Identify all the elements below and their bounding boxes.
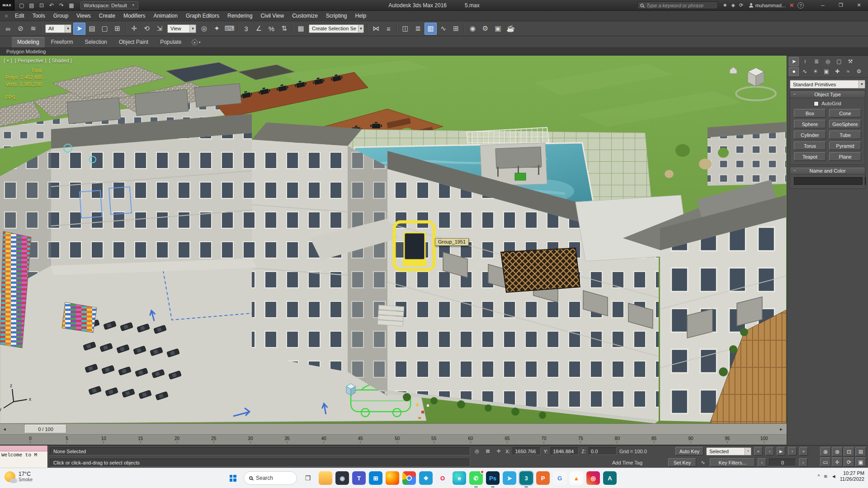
timeline-tick[interactable]: 100: [760, 436, 768, 443]
add-time-tag[interactable]: Add Time Tag: [612, 460, 665, 465]
shapes-category[interactable]: ∿: [800, 67, 810, 76]
display-tab[interactable]: ▢: [834, 57, 844, 66]
primitive-button-sphere[interactable]: Sphere: [794, 120, 826, 128]
toggle-ribbon-icon[interactable]: ▥: [425, 23, 437, 35]
task-view-button[interactable]: ❐: [301, 471, 315, 485]
search-input[interactable]: [646, 3, 715, 8]
spinner-snap-toggle-icon[interactable]: ⇅: [278, 23, 290, 35]
name-color-rollout-header[interactable]: − Name and Color: [790, 167, 865, 174]
timeline-tick[interactable]: 15: [138, 436, 143, 443]
tray-date[interactable]: 11/26/2022: [840, 476, 864, 482]
snaps-toggle-icon[interactable]: 3: [240, 23, 252, 35]
taskbar-app-teams[interactable]: T: [352, 471, 366, 485]
menu-create[interactable]: Create: [95, 11, 119, 21]
primitive-button-cone[interactable]: Cone: [829, 109, 861, 117]
timeline-tick[interactable]: 35: [284, 436, 289, 443]
timeline-tick[interactable]: 45: [358, 436, 363, 443]
zoom-extents-icon[interactable]: ⊡: [844, 447, 854, 456]
listener-text[interactable]: Welcome to M: [0, 451, 47, 468]
taskbar-search[interactable]: Search: [244, 471, 297, 485]
autogrid-checkbox[interactable]: [814, 101, 819, 106]
timeline-tick[interactable]: 65: [505, 436, 509, 443]
unlink-selection-icon[interactable]: ⊘: [14, 23, 27, 35]
communication-center-icon[interactable]: ◈: [730, 2, 737, 8]
window-crossing-toggle-icon[interactable]: ⊞: [111, 23, 123, 35]
rendered-frame-window-icon[interactable]: ▣: [492, 23, 504, 35]
geometry-category[interactable]: ●: [789, 67, 799, 76]
timeline-tick[interactable]: 75: [578, 436, 583, 443]
coordinate-field-y[interactable]: 1846.884: [551, 447, 579, 455]
coordinate-field-x[interactable]: 1650.766: [513, 447, 541, 455]
menu-modifiers[interactable]: Modifiers: [119, 11, 150, 21]
primitive-button-cylinder[interactable]: Cylinder: [794, 131, 826, 139]
keyboard-shortcut-override-icon[interactable]: ⌨: [223, 23, 236, 35]
timeline-tick[interactable]: 25: [211, 436, 216, 443]
taskbar-app-vlc[interactable]: ▲: [570, 471, 583, 485]
macro-recorder-strip[interactable]: [0, 446, 47, 451]
primitive-button-teapot[interactable]: Teapot: [794, 152, 826, 161]
menu-scripting[interactable]: Scripting: [322, 11, 351, 21]
start-button[interactable]: [226, 471, 240, 485]
primitive-button-torus[interactable]: Torus: [794, 141, 826, 150]
taskbar-app-instagram[interactable]: ◎: [586, 471, 600, 485]
timeline-tick[interactable]: 50: [395, 436, 400, 443]
taskbar-app-paint-app[interactable]: P: [536, 471, 550, 485]
taskbar-app-camera-app[interactable]: ◉: [335, 471, 349, 485]
taskbar-app-microsoft-store[interactable]: ⊞: [369, 471, 382, 485]
reference-coordinate-system-dropdown[interactable]: View▼: [167, 24, 196, 33]
curve-editor-icon[interactable]: ∿: [437, 23, 449, 35]
select-object-icon[interactable]: ➤: [73, 23, 85, 35]
timeline-tick[interactable]: 0: [29, 436, 32, 443]
menu-animation[interactable]: Animation: [150, 11, 182, 21]
menu-rendering[interactable]: Rendering: [223, 11, 256, 21]
object-name-field[interactable]: [794, 177, 863, 185]
percent-snap-toggle-icon[interactable]: %: [265, 23, 278, 35]
mirror-icon[interactable]: ⋈: [370, 23, 382, 35]
key-step-forward-button[interactable]: ›: [799, 458, 807, 467]
primitive-button-box[interactable]: Box: [794, 109, 826, 117]
orbit-icon[interactable]: ⟳: [844, 457, 854, 467]
timeline-tick[interactable]: 60: [468, 436, 473, 443]
menu-customize[interactable]: Customize: [288, 11, 322, 21]
auto-key-button[interactable]: Auto Key: [675, 447, 703, 455]
lights-category[interactable]: ☀: [811, 67, 821, 76]
maxscript-mini-listener[interactable]: Welcome to M: [0, 446, 48, 468]
taskbar-app-whatsapp[interactable]: ✆: [469, 471, 483, 485]
select-by-name-icon[interactable]: ▤: [86, 23, 98, 35]
play-animation-button[interactable]: ▶: [777, 447, 785, 455]
weather-widget[interactable]: 17°C Smoke: [5, 471, 33, 482]
systems-category[interactable]: ⚙: [854, 67, 864, 76]
ribbon-tab-freeform[interactable]: Freeform: [46, 37, 79, 47]
selection-filter-dropdown[interactable]: All▼: [45, 24, 71, 33]
coordinate-field-z[interactable]: 0.0: [589, 447, 617, 455]
help-icon[interactable]: ?: [797, 2, 804, 9]
primitive-category-dropdown[interactable]: Standard Primitives ▼: [790, 80, 865, 89]
rectangular-selection-region-icon[interactable]: ▢: [99, 23, 111, 35]
menu-overflow-icon[interactable]: ≡: [2, 13, 11, 19]
taskbar-app-firefox[interactable]: [386, 471, 399, 485]
next-frame-arrow[interactable]: ►: [778, 425, 785, 433]
key-step-back-button[interactable]: ‹: [758, 458, 766, 467]
pan-view-icon[interactable]: ✛: [832, 457, 843, 467]
selection-lock-icon[interactable]: ⊠: [484, 447, 492, 455]
zoom-extents-all-icon[interactable]: ⊞: [855, 447, 866, 456]
redo-icon[interactable]: ↷: [57, 1, 66, 10]
zoom-icon[interactable]: ⊕: [820, 447, 831, 456]
absolute-mode-icon[interactable]: ✛: [495, 447, 503, 455]
utilities-tab[interactable]: ⚒: [845, 57, 855, 66]
ribbon-tab-object-paint[interactable]: Object Paint: [113, 37, 154, 47]
object-color-swatch[interactable]: [865, 177, 866, 185]
workspace-dropdown[interactable]: Workspace: Default ▼: [80, 1, 138, 9]
menu-views[interactable]: Views: [72, 11, 95, 21]
menu-edit[interactable]: Edit: [11, 11, 28, 21]
tray-clock[interactable]: 10:27 PM: [840, 470, 864, 476]
key-filters-button[interactable]: Key Filters...: [710, 458, 755, 467]
minimize-button[interactable]: ─: [814, 0, 832, 11]
project-folder-icon[interactable]: ▦: [67, 1, 76, 10]
taskbar-app-photos-app[interactable]: ❖: [419, 471, 433, 485]
timeline-tick[interactable]: 90: [688, 436, 693, 443]
open-file-icon[interactable]: ▤: [27, 1, 36, 10]
application-menu-button[interactable]: MAX: [0, 0, 14, 11]
maximize-button[interactable]: ❐: [832, 0, 850, 11]
taskbar-app-edge-browser[interactable]: e: [453, 471, 466, 485]
